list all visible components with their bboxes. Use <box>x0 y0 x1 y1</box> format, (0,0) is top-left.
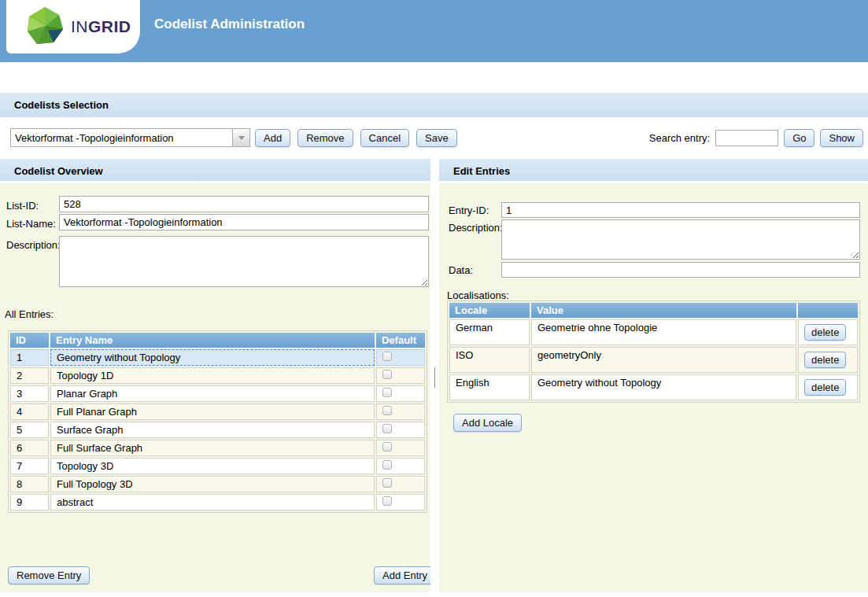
locale-value-cell[interactable]: Geometrie ohne Topologie <box>531 319 796 345</box>
entry-name-cell[interactable]: Full Surface Graph <box>50 440 375 456</box>
codelist-overview-header: Codelist Overview <box>0 159 430 183</box>
search-entry-group: Search entry: Go Show <box>649 129 863 147</box>
all-entries-label: All Entries: <box>5 308 54 320</box>
entry-default-cell <box>376 440 425 456</box>
entry-id-cell[interactable]: 8 <box>10 476 49 492</box>
entries-table: ID Entry Name Default 1 Geometry without… <box>8 330 427 513</box>
default-checkbox[interactable] <box>382 478 392 488</box>
list-item[interactable]: German Geometrie ohne Topologie delete <box>449 319 858 345</box>
add-locale-button[interactable]: Add Locale <box>453 414 522 432</box>
codelist-action-buttons: Add Remove Cancel Save <box>255 129 457 147</box>
entry-name-cell[interactable]: Planar Graph <box>50 385 375 402</box>
default-checkbox[interactable] <box>382 496 392 506</box>
locale-cell[interactable]: ISO <box>449 347 530 373</box>
edit-description-field[interactable] <box>501 219 860 260</box>
search-entry-input[interactable] <box>715 130 778 146</box>
entry-id-field[interactable] <box>501 202 860 218</box>
codelist-overview-panel: Codelist Overview List-ID: List-Name: De… <box>0 159 430 592</box>
data-field[interactable] <box>501 262 860 278</box>
chevron-down-icon <box>238 136 245 140</box>
codelist-administration-app: INGRID Codelist Administration Codelists… <box>0 0 868 597</box>
entry-id-cell[interactable]: 5 <box>10 422 49 438</box>
save-button[interactable]: Save <box>416 129 457 147</box>
table-row[interactable]: 3 Planar Graph <box>10 385 425 402</box>
list-item[interactable]: English Geometry without Topology delete <box>449 374 858 400</box>
brand-in: IN <box>71 17 88 35</box>
entry-name-cell[interactable]: Surface Graph <box>50 422 375 438</box>
table-row[interactable]: 1 Geometry without Topology <box>10 349 425 366</box>
search-entry-label: Search entry: <box>649 132 710 144</box>
codelist-combobox-trigger[interactable] <box>232 129 249 146</box>
list-name-label: List-Name: <box>6 218 56 230</box>
entry-id-cell[interactable]: 6 <box>10 440 49 456</box>
entry-default-cell <box>376 367 425 384</box>
default-checkbox[interactable] <box>382 460 392 470</box>
list-item[interactable]: ISO geometryOnly delete <box>449 347 858 373</box>
table-row[interactable]: 9 abstract <box>10 494 425 510</box>
entry-name-cell[interactable]: Topology 1D <box>50 367 375 384</box>
delete-locale-button[interactable]: delete <box>804 324 846 341</box>
table-row[interactable]: 6 Full Surface Graph <box>10 440 425 456</box>
add-codelist-button[interactable]: Add <box>255 129 290 147</box>
localisations-table: Locale Value German Geometrie ohne Topol… <box>447 300 860 403</box>
ingrid-logo-icon <box>25 6 65 47</box>
data-label: Data: <box>449 264 473 276</box>
edit-entries-header: Edit Entries <box>439 159 868 183</box>
list-id-field[interactable] <box>59 196 429 212</box>
go-button[interactable]: Go <box>784 129 814 147</box>
remove-codelist-button[interactable]: Remove <box>297 129 353 147</box>
delete-locale-button[interactable]: delete <box>804 352 846 368</box>
entry-name-cell[interactable]: abstract <box>50 494 375 510</box>
table-row[interactable]: 8 Full Topology 3D <box>10 476 425 492</box>
entry-default-cell <box>376 476 425 492</box>
entry-name-cell[interactable]: Full Planar Graph <box>50 404 375 420</box>
entry-name-cell[interactable]: Geometry without Topology <box>50 349 375 366</box>
default-checkbox[interactable] <box>382 406 392 415</box>
locale-cell[interactable]: English <box>449 374 530 400</box>
show-button[interactable]: Show <box>820 129 863 147</box>
default-checkbox[interactable] <box>382 352 392 361</box>
list-id-label: List-ID: <box>6 200 39 212</box>
overview-description-label: Description: <box>6 239 61 251</box>
selection-toolbar: Add Remove Cancel Save Search entry: Go … <box>0 126 868 149</box>
default-checkbox[interactable] <box>382 442 392 451</box>
entry-id-cell[interactable]: 4 <box>10 404 49 420</box>
cancel-button[interactable]: Cancel <box>360 129 409 147</box>
entry-default-cell <box>376 422 425 438</box>
entry-default-cell <box>376 458 425 474</box>
remove-entry-button[interactable]: Remove Entry <box>8 566 90 584</box>
entry-id-cell[interactable]: 2 <box>10 367 49 384</box>
localisations-label: Localisations: <box>447 289 509 301</box>
action-col <box>798 303 858 318</box>
table-row[interactable]: 7 Topology 3D <box>10 458 425 474</box>
table-row[interactable]: 2 Topology 1D <box>10 367 425 384</box>
list-name-field[interactable] <box>59 214 429 230</box>
codelist-combobox[interactable] <box>10 128 250 147</box>
locale-action-cell: delete <box>798 374 858 400</box>
entry-name-cell[interactable]: Topology 3D <box>50 458 375 474</box>
delete-locale-button[interactable]: delete <box>804 379 846 396</box>
table-row[interactable]: 4 Full Planar Graph <box>10 404 425 420</box>
splitter-handle-icon <box>434 367 435 388</box>
entry-id-cell[interactable]: 9 <box>10 494 49 510</box>
entry-id-cell[interactable]: 7 <box>10 458 49 474</box>
table-row[interactable]: 5 Surface Graph <box>10 422 425 438</box>
entry-id-cell[interactable]: 1 <box>10 349 49 366</box>
add-entry-button[interactable]: Add Entry <box>374 566 436 584</box>
codelist-combobox-input[interactable] <box>11 129 232 146</box>
locale-cell[interactable]: German <box>449 319 530 345</box>
default-checkbox[interactable] <box>382 370 392 379</box>
overview-description-field[interactable] <box>59 236 429 287</box>
entry-id-cell[interactable]: 3 <box>10 385 49 402</box>
default-checkbox[interactable] <box>382 388 392 397</box>
default-checkbox[interactable] <box>382 424 392 433</box>
codelists-selection-header: Codelists Selection <box>0 93 868 117</box>
panel-splitter[interactable] <box>430 159 439 592</box>
entries-col-id: ID <box>10 333 49 348</box>
entry-id-label: Entry-ID: <box>449 205 489 216</box>
locale-action-cell: delete <box>798 347 858 373</box>
locale-value-cell[interactable]: geometryOnly <box>531 347 796 373</box>
locale-value-cell[interactable]: Geometry without Topology <box>531 374 796 400</box>
brand-grid: GRID <box>88 17 131 35</box>
entry-name-cell[interactable]: Full Topology 3D <box>50 476 375 492</box>
